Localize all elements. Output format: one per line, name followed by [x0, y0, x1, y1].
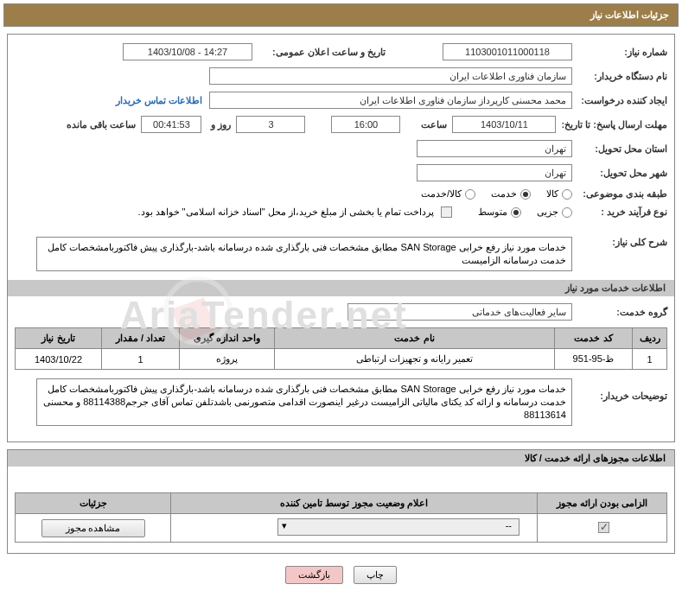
need-number-field: 1103001011000118	[443, 43, 572, 60]
buyer-notes-label: توضیحات خریدار:	[572, 378, 667, 402]
time-label: ساعت	[400, 119, 452, 130]
td-row: 1	[633, 349, 667, 370]
td-unit: پروژه	[180, 349, 275, 370]
permits-panel: اطلاعات مجوزهای ارائه خدمت / کالا الزامی…	[7, 449, 675, 554]
td-date: 1403/10/22	[16, 349, 102, 370]
row-deadline: مهلت ارسال پاسخ: تا تاریخ: 1403/10/11 سا…	[15, 116, 667, 133]
th-qty: تعداد / مقدار	[102, 328, 180, 349]
dropdown-value: --	[506, 520, 515, 530]
td-status: --	[171, 514, 538, 543]
th-row: ردیف	[633, 328, 667, 349]
td-qty: 1	[102, 349, 180, 370]
td-name: تعمیر رایانه و تجهیزات ارتباطی	[275, 349, 555, 370]
need-number-label: شماره نیاز:	[572, 47, 667, 58]
buyer-org-label: نام دستگاه خریدار:	[572, 71, 667, 82]
th-date: تاریخ نیاز	[16, 328, 102, 349]
page-title-bar: جزئیات اطلاعات نیاز	[3, 3, 679, 27]
page-title: جزئیات اطلاعات نیاز	[590, 10, 669, 20]
radio-medium[interactable]	[511, 207, 521, 218]
purchase-type-label: نوع فرآیند خرید :	[572, 206, 667, 218]
row-buyer-notes: توضیحات خریدار: خدمات مورد نیاز رفع خراب…	[15, 378, 667, 426]
deadline-date-field: 1403/10/11	[452, 116, 556, 133]
permits-table-row: -- مشاهده مجوز	[16, 514, 667, 543]
buyer-org-field: سازمان فناوری اطلاعات ایران	[209, 67, 572, 85]
row-need-number: شماره نیاز: 1103001011000118 تاریخ و ساع…	[15, 43, 667, 60]
province-label: استان محل تحویل:	[572, 143, 667, 155]
action-buttons-row: چاپ بازگشت	[3, 566, 679, 584]
th-unit: واحد اندازه گیری	[180, 328, 275, 349]
permits-section-header: اطلاعات مجوزهای ارائه خدمت / کالا	[8, 450, 674, 467]
requester-field: محمد محسنی کارپرداز سازمان فناوری اطلاعا…	[209, 92, 572, 109]
th-details: جزئیات	[16, 493, 171, 514]
radio-partial-label: جزیی	[537, 206, 558, 218]
radio-both-label: کالا/خدمت	[421, 188, 462, 200]
time-remaining-label: ساعت باقی مانده	[61, 119, 141, 130]
services-table: ردیف کد خدمت نام خدمت واحد اندازه گیری ت…	[15, 327, 667, 370]
days-label: روز و	[201, 119, 236, 130]
description-text: خدمات مورد نیاز رفع خرابی SAN Storage مط…	[36, 237, 572, 271]
service-group-field: سایر فعالیت‌های خدماتی	[347, 303, 572, 321]
radio-goods-label: کالا	[546, 188, 558, 200]
radio-both[interactable]	[465, 189, 475, 200]
purchase-type-radio-group: جزیی متوسط	[478, 206, 572, 218]
print-button[interactable]: چاپ	[354, 566, 397, 584]
main-panel: AriaTender.net شماره نیاز: 1103001011000…	[7, 34, 675, 442]
permits-table-header: الزامی بودن ارائه مجوز اعلام وضعیت مجوز …	[16, 493, 667, 514]
category-label: طبقه بندی موضوعی:	[572, 188, 667, 200]
radio-partial[interactable]	[562, 207, 572, 218]
row-buyer-org: نام دستگاه خریدار: سازمان فناوری اطلاعات…	[15, 67, 667, 85]
city-field: تهران	[417, 164, 572, 181]
row-category: طبقه بندی موضوعی: کالا خدمت کالا/خدمت	[15, 188, 667, 200]
deadline-time-field: 16:00	[331, 116, 400, 133]
radio-service-label: خدمت	[491, 188, 517, 200]
pub-date-field: 1403/10/08 - 14:27	[123, 43, 252, 60]
table-row: 1 ظ-95-951 تعمیر رایانه و تجهیزات ارتباط…	[16, 349, 667, 370]
th-mandatory: الزامی بودن ارائه مجوز	[538, 493, 667, 514]
view-permit-button[interactable]: مشاهده مجوز	[41, 519, 145, 537]
row-requester: ایجاد کننده درخواست: محمد محسنی کارپرداز…	[15, 92, 667, 109]
th-code: کد خدمت	[555, 328, 633, 349]
buyer-contact-link[interactable]: اطلاعات تماس خریدار	[109, 95, 209, 106]
requester-label: ایجاد کننده درخواست:	[572, 95, 667, 106]
td-mandatory	[538, 514, 667, 543]
radio-goods[interactable]	[562, 189, 572, 200]
row-description: شرح کلی نیاز: خدمات مورد نیاز رفع خرابی …	[15, 237, 667, 271]
description-label: شرح کلی نیاز:	[572, 237, 667, 248]
services-section-header: اطلاعات خدمات مورد نیاز	[8, 280, 674, 296]
deadline-label: مهلت ارسال پاسخ: تا تاریخ:	[556, 119, 667, 130]
buyer-notes-text: خدمات مورد نیاز رفع خرابی SAN Storage مط…	[36, 378, 572, 426]
pub-date-label: تاریخ و ساعت اعلان عمومی:	[252, 47, 391, 58]
status-dropdown[interactable]: --	[277, 518, 519, 536]
th-status: اعلام وضعیت مجوز توسط تامین کننده	[171, 493, 538, 514]
city-label: شهر محل تحویل:	[572, 168, 667, 179]
mandatory-checkbox	[598, 522, 609, 533]
row-service-group: گروه خدمت: سایر فعالیت‌های خدماتی	[15, 303, 667, 321]
permits-table: الزامی بودن ارائه مجوز اعلام وضعیت مجوز …	[15, 492, 667, 543]
days-remaining-field: 3	[236, 116, 305, 133]
row-purchase-type: نوع فرآیند خرید : جزیی متوسط پرداخت تمام…	[15, 206, 667, 218]
radio-medium-label: متوسط	[478, 206, 507, 218]
service-group-label: گروه خدمت:	[572, 307, 667, 318]
time-remaining-field: 00:41:53	[141, 116, 201, 133]
radio-service[interactable]	[520, 189, 531, 200]
row-city: شهر محل تحویل: تهران	[15, 164, 667, 181]
category-radio-group: کالا خدمت کالا/خدمت	[421, 188, 572, 200]
th-name: نام خدمت	[275, 328, 555, 349]
services-table-header: ردیف کد خدمت نام خدمت واحد اندازه گیری ت…	[16, 328, 667, 349]
td-code: ظ-95-951	[555, 349, 633, 370]
payment-note: پرداخت تمام یا بخشی از مبلغ خرید،از محل …	[137, 206, 437, 218]
treasury-checkbox[interactable]	[441, 206, 452, 218]
back-button[interactable]: بازگشت	[285, 566, 343, 584]
row-province: استان محل تحویل: تهران	[15, 140, 667, 157]
td-details: مشاهده مجوز	[16, 514, 171, 543]
province-field: تهران	[417, 140, 572, 157]
